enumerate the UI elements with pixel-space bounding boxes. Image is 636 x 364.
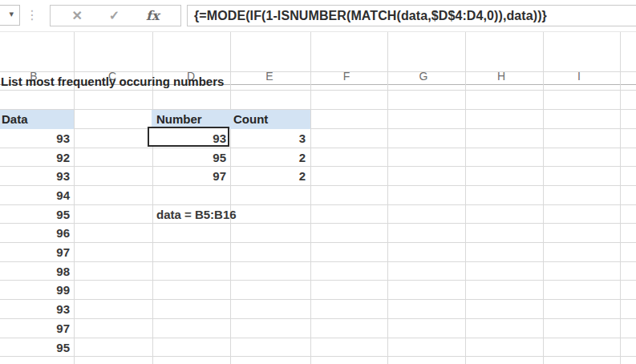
sheet-title-cell[interactable]: List most frequently occuring numbers	[1, 72, 338, 91]
grid-horizontal-lines	[0, 53, 636, 358]
number-column-header-cell[interactable]: Number	[156, 110, 229, 129]
formula-text: {=MODE(IF(1-ISNUMBER(MATCH(data,$D$4:D4,…	[194, 9, 547, 23]
cancel-icon[interactable]: ✕	[71, 8, 82, 23]
data-cell-b6[interactable]: 92	[0, 148, 70, 168]
grid-vertical-line	[543, 32, 544, 364]
formula-bar-buttons: ✕ ✓ fx	[50, 5, 181, 26]
grid-vertical-line	[465, 32, 466, 364]
data-cell-b11[interactable]: 97	[0, 243, 70, 262]
data-cell-b15[interactable]: 97	[0, 319, 70, 338]
name-box[interactable]: ▾	[0, 5, 20, 26]
enter-icon[interactable]: ✓	[109, 8, 120, 23]
result-cell-e5[interactable]: 3	[230, 129, 306, 148]
insert-function-icon[interactable]: fx	[146, 8, 159, 23]
grid-vertical-line	[387, 32, 388, 364]
count-column-header-cell[interactable]: Count	[233, 110, 309, 129]
result-cell-e6[interactable]: 2	[230, 148, 306, 168]
data-cell-b13[interactable]: 99	[0, 281, 70, 300]
result-cell-e7[interactable]: 2	[230, 167, 306, 186]
data-cell-b14[interactable]: 93	[0, 300, 70, 319]
spreadsheet-window: ▾ ⋮ ✕ ✓ fx {=MODE(IF(1-ISNUMBER(MATCH(da…	[0, 0, 636, 364]
grid-vertical-line	[620, 32, 621, 364]
formula-input[interactable]: {=MODE(IF(1-ISNUMBER(MATCH(data,$D$4:D4,…	[187, 5, 636, 26]
data-cell-b10[interactable]: 96	[0, 224, 70, 243]
data-cell-b5[interactable]: 93	[0, 129, 70, 148]
data-cell-b9[interactable]: 95	[0, 205, 70, 224]
data-cell-b12[interactable]: 98	[0, 262, 70, 281]
range-note-cell[interactable]: data = B5:B16	[156, 205, 301, 224]
name-box-dropdown-icon[interactable]: ▾	[9, 9, 14, 19]
column-header-strip: B C D E F G H I	[0, 32, 636, 53]
result-cell-d6[interactable]: 95	[152, 148, 226, 168]
formula-bar-separator-dots-icon: ⋮	[26, 6, 38, 24]
result-cell-d7[interactable]: 97	[152, 167, 226, 186]
data-cell-b8[interactable]: 94	[0, 186, 70, 205]
formula-bar: ▾ ⋮ ✕ ✓ fx {=MODE(IF(1-ISNUMBER(MATCH(da…	[0, 0, 636, 32]
result-cell-d5[interactable]: 93	[152, 129, 226, 148]
data-cell-b16[interactable]: 95	[0, 338, 70, 358]
data-column-header-cell[interactable]: Data	[2, 110, 72, 129]
data-cell-b7[interactable]: 93	[0, 167, 70, 186]
